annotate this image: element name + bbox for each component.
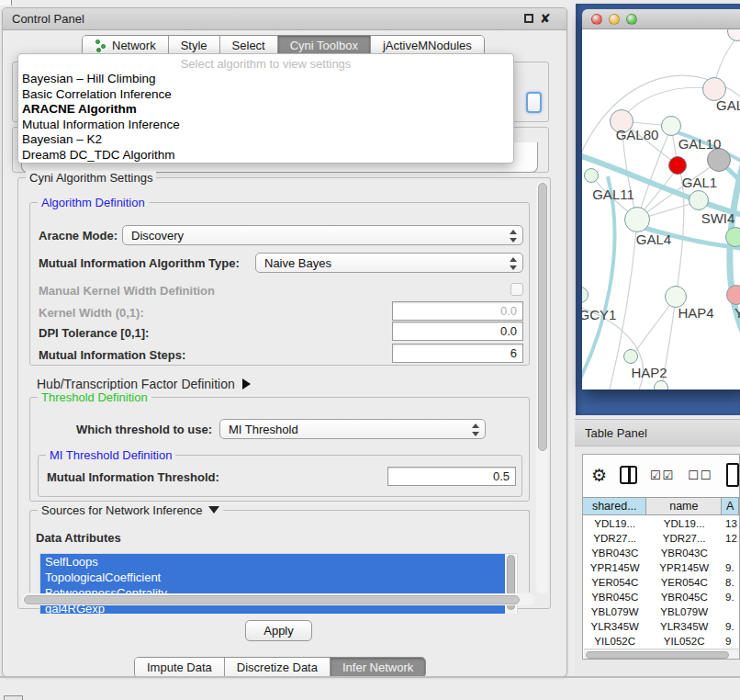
network-node[interactable]: [689, 190, 709, 210]
float-window-icon[interactable]: [524, 14, 533, 23]
cyni-algorithm-settings-group: Cyni Algorithm Settings Algorithm Defini…: [17, 177, 551, 609]
top-edge-fragment: [0, 0, 12, 6]
column-header-name[interactable]: name: [646, 498, 722, 514]
network-icon: [95, 40, 107, 52]
table-cell: YER054C: [583, 575, 646, 590]
network-node[interactable]: [654, 380, 668, 390]
tab-cyni-toolbox[interactable]: Cyni Toolbox: [278, 36, 371, 55]
minimize-traffic-light[interactable]: [609, 14, 620, 25]
table-row[interactable]: YBR043CYBR043C: [583, 546, 739, 560]
attribute-item-selfloops[interactable]: SelfLoops: [40, 554, 505, 570]
network-node[interactable]: [661, 116, 681, 136]
combo-arrows-icon: [509, 257, 518, 270]
aracne-mode-combobox[interactable]: Discovery: [122, 225, 523, 245]
algorithm-item-mutual-information-inference[interactable]: Mutual Information Inference: [18, 118, 513, 133]
dpi-tolerance-input[interactable]: 0.0: [392, 322, 523, 341]
table-panel-title: Table Panel: [585, 426, 647, 440]
column-header-a[interactable]: A: [722, 498, 739, 514]
kernel-width-input[interactable]: 0.0: [392, 301, 523, 321]
algorithm-item-aracne-algorithm[interactable]: ARACNE Algorithm: [18, 102, 513, 118]
unselect-all-columns-icon[interactable]: ☐☐: [688, 469, 712, 482]
table-cell: 9: [722, 634, 739, 648]
sources-toggle[interactable]: Sources for Network Inference: [38, 503, 223, 517]
bottom-left-button-fragment[interactable]: [4, 695, 23, 700]
table-horizontal-scrollbar[interactable]: [584, 649, 739, 659]
table-cell: YDR27...: [583, 531, 646, 546]
network-node[interactable]: [725, 227, 740, 247]
close-traffic-light[interactable]: [591, 14, 602, 25]
mi-threshold-definition-group: MI Threshold Definition Mutual Informati…: [38, 455, 522, 497]
tab-style[interactable]: Style: [169, 36, 220, 55]
chevron-right-icon: [242, 378, 251, 390]
network-node[interactable]: [726, 285, 740, 305]
network-node[interactable]: [624, 207, 650, 232]
tab-infer-network[interactable]: Infer Network: [331, 658, 425, 677]
table-row[interactable]: YLR345WYLR345W9.: [583, 619, 739, 634]
algorithm-item-basic-correlation-inference[interactable]: Basic Correlation Inference: [18, 87, 513, 103]
table-cell: [722, 546, 739, 560]
algorithm-combobox-button-fragment[interactable]: [526, 92, 542, 113]
which-threshold-combobox[interactable]: MI Threshold: [219, 419, 486, 439]
hub-definition-toggle[interactable]: Hub/Transcription Factor Definition: [37, 377, 251, 391]
network-node[interactable]: [584, 168, 599, 183]
table-row[interactable]: YDL19...YDL19...13: [583, 516, 739, 531]
attribute-item-topologicalcoefficient[interactable]: TopologicalCoefficient: [40, 570, 505, 585]
table-row[interactable]: YIL052CYIL052C9: [583, 634, 739, 648]
table-row[interactable]: YPR145WYPR145W9.: [583, 560, 739, 575]
aracne-mode-label: Aracne Mode:: [39, 229, 118, 243]
table-row[interactable]: YDR27...YDR27...12: [583, 531, 739, 546]
tab-label: Cyni Toolbox: [290, 39, 358, 52]
apply-button[interactable]: Apply: [245, 620, 312, 641]
network-canvas[interactable]: GALGAL80GAL10GAL1GAL11GAL4SWI4GCY1HAP4YH…: [582, 29, 740, 390]
gear-icon[interactable]: ⚙: [591, 467, 607, 484]
node-label-y: Y: [734, 305, 740, 321]
manual-kernel-checkbox[interactable]: [510, 283, 523, 296]
control-panel-titlebar[interactable]: Control Panel ✘: [3, 8, 566, 30]
table-panel-body: ⚙ ☑☑ ☐☐ shared...nameA YDL19...YDL19...1…: [575, 446, 740, 676]
algorithm-item-bayesian-k2[interactable]: Bayesian – K2: [18, 132, 513, 148]
mi-threshold-input[interactable]: 0.5: [387, 467, 516, 486]
algorithm-item-bayesian-hill-climbing[interactable]: Bayesian – Hill Climbing: [18, 72, 513, 87]
columns-icon[interactable]: [620, 466, 637, 484]
node-label-hap2: HAP2: [631, 365, 667, 380]
zoom-traffic-light[interactable]: [626, 14, 637, 25]
export-table-icon[interactable]: [726, 463, 739, 487]
tab-network[interactable]: Network: [83, 36, 169, 55]
table-row[interactable]: YER054CYER054C8.: [583, 575, 739, 590]
table-cell: [722, 604, 739, 619]
mi-steps-label: Mutual Information Steps:: [39, 348, 185, 362]
which-threshold-value: MI Threshold: [229, 423, 298, 436]
table-cell: 9.: [722, 619, 739, 634]
scrollbar-thumb[interactable]: [586, 651, 729, 659]
table-row[interactable]: YBL079WYBL079W: [583, 604, 739, 619]
network-node[interactable]: [707, 148, 731, 172]
network-node[interactable]: [668, 156, 687, 175]
network-window-titlebar[interactable]: [582, 9, 740, 29]
tab-discretize-data[interactable]: Discretize Data: [225, 658, 331, 677]
tab-jactivemnodules[interactable]: jActiveMNodules: [371, 36, 484, 55]
table-panel-titlebar[interactable]: Table Panel: [575, 419, 740, 446]
tab-label: Infer Network: [342, 660, 413, 674]
table-cell: 9.: [722, 590, 739, 604]
table-row[interactable]: YBR045CYBR045C9.: [583, 590, 739, 604]
tab-select[interactable]: Select: [220, 36, 278, 55]
table-cell: 12: [722, 531, 739, 546]
node-table-widget: ⚙ ☑☑ ☐☐ shared...nameA YDL19...YDL19...1…: [582, 454, 740, 660]
mi-algorithm-type-combobox[interactable]: Naive Bayes: [255, 253, 523, 273]
table-cell: 8.: [722, 575, 739, 590]
table-header-row: shared...nameA: [583, 497, 739, 515]
close-icon[interactable]: ✘: [540, 11, 551, 26]
mi-steps-input[interactable]: 6: [392, 344, 523, 363]
select-all-columns-icon[interactable]: ☑☑: [650, 469, 675, 482]
tab-label: Network: [112, 39, 156, 52]
algorithm-item-dream8-dc-tdc-algorithm[interactable]: Dream8 DC_TDC Algorithm: [18, 148, 513, 164]
network-node[interactable]: [623, 349, 638, 364]
column-header-shared[interactable]: shared...: [583, 498, 646, 514]
settings-vertical-scrollbar[interactable]: [536, 181, 548, 594]
page-divider: [0, 676, 740, 678]
settings-horizontal-scrollbar[interactable]: [22, 593, 534, 605]
tab-impute-data[interactable]: Impute Data: [135, 658, 225, 677]
scrollbar-thumb[interactable]: [24, 595, 520, 604]
scrollbar-thumb[interactable]: [538, 183, 547, 451]
node-label-gal4: GAL4: [636, 231, 671, 247]
